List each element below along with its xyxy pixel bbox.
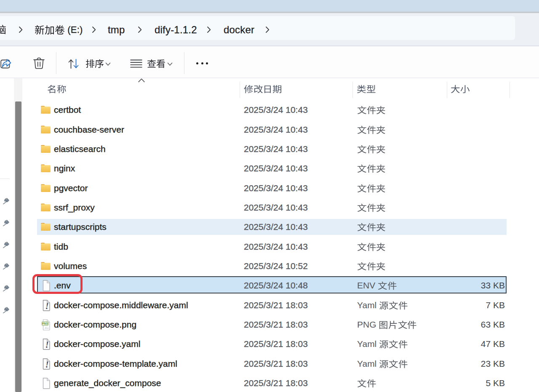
svg-text:!: ! <box>45 340 48 350</box>
svg-text:!: ! <box>45 360 48 370</box>
svg-text:!: ! <box>45 301 48 311</box>
svg-text:PNG: PNG <box>42 322 48 325</box>
